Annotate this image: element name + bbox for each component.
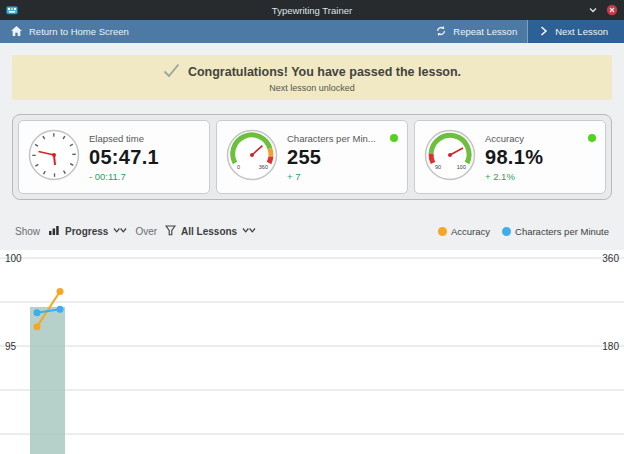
svg-text:180: 180: [602, 341, 619, 352]
banner-title-row: Congratulations! You have passed the les…: [12, 63, 612, 80]
close-icon[interactable]: [606, 4, 618, 16]
over-label: Over: [135, 226, 157, 237]
stats-frame: Elapsed time 05:47.1 - 00:11.7 0 360: [12, 114, 612, 200]
filter-funnel-icon: [165, 225, 176, 238]
show-label: Show: [15, 226, 40, 237]
bar-chart-icon: [48, 224, 60, 238]
window-controls: [587, 4, 618, 16]
accuracy-gauge-icon: 90 100: [424, 129, 476, 185]
cpm-text: Characters per Min... 255 + 7: [287, 133, 398, 182]
double-chevron-down-icon: [113, 226, 127, 237]
toolbar-spacer: [139, 20, 425, 43]
content: Congratulations! You have passed the les…: [0, 43, 624, 454]
repeat-lesson-button[interactable]: Repeat Lesson: [425, 20, 527, 43]
accuracy-card: 90 100 Accuracy 98.1% + 2.1%: [414, 120, 606, 194]
progress-chart-svg[interactable]: 10095360180: [0, 250, 624, 454]
cpm-legend-label: Characters per Minute: [515, 226, 609, 237]
repeat-lesson-label: Repeat Lesson: [453, 26, 517, 37]
minimize-icon[interactable]: [587, 4, 599, 16]
arrow-right-icon: [538, 25, 549, 39]
double-chevron-down-icon: [242, 226, 256, 237]
cpm-label: Characters per Min...: [287, 133, 376, 144]
cpm-card: 0 360 Characters per Min... 255 + 7: [216, 120, 408, 194]
legend-accuracy: Accuracy: [438, 226, 490, 237]
gauge-min-label: 90: [435, 164, 441, 170]
elapsed-time-label: Elapsed time: [89, 133, 144, 144]
cpm-value: 255: [287, 146, 398, 169]
cpm-legend-dot: [502, 227, 511, 236]
accuracy-value: 98.1%: [485, 146, 596, 169]
accuracy-label: Accuracy: [485, 133, 524, 144]
svg-text:95: 95: [5, 341, 17, 352]
banner-subtitle: Next lesson unlocked: [12, 83, 612, 93]
svg-text:100: 100: [5, 253, 22, 264]
accuracy-legend-dot: [438, 227, 447, 236]
lesson-scope-label: All Lessons: [181, 226, 237, 237]
progress-chart[interactable]: 10095360180: [0, 250, 624, 454]
accuracy-legend-label: Accuracy: [451, 226, 490, 237]
accuracy-status-dot: [588, 134, 596, 142]
accuracy-delta: + 2.1%: [485, 171, 596, 182]
window-title: Typewriting Trainer: [0, 5, 624, 16]
elapsed-time-value: 05:47.1: [89, 146, 200, 169]
home-icon: [10, 25, 23, 39]
metric-selector[interactable]: Progress: [48, 224, 127, 238]
metric-label: Progress: [65, 226, 108, 237]
elapsed-time-card: Elapsed time 05:47.1 - 00:11.7: [18, 120, 210, 194]
next-lesson-label: Next Lesson: [555, 26, 608, 37]
clock-icon: [28, 129, 80, 185]
passed-banner: Congratulations! You have passed the les…: [12, 55, 612, 100]
legend-cpm: Characters per Minute: [502, 226, 609, 237]
toolbar: Return to Home Screen Repeat Lesson Next…: [0, 20, 624, 43]
next-lesson-button[interactable]: Next Lesson: [527, 20, 624, 43]
accuracy-text: Accuracy 98.1% + 2.1%: [485, 133, 596, 182]
banner-title: Congratulations! You have passed the les…: [188, 65, 461, 79]
elapsed-time-delta: - 00:11.7: [89, 171, 200, 182]
gauge-max-label: 360: [259, 164, 268, 170]
speed-gauge-icon: 0 360: [226, 129, 278, 185]
lesson-scope-selector[interactable]: All Lessons: [165, 225, 256, 238]
app-icon: [6, 4, 18, 16]
return-home-label: Return to Home Screen: [29, 26, 129, 37]
filter-row: Show Progress Over: [12, 224, 612, 238]
gauge-max-label: 100: [457, 164, 466, 170]
refresh-icon: [435, 25, 447, 39]
cpm-delta: + 7: [287, 171, 398, 182]
gauge-min-label: 0: [237, 164, 240, 170]
elapsed-time-text: Elapsed time 05:47.1 - 00:11.7: [89, 133, 200, 182]
checkmark-icon: [163, 63, 180, 80]
app-window: Typewriting Trainer Return to: [0, 0, 624, 454]
titlebar[interactable]: Typewriting Trainer: [0, 0, 624, 20]
svg-text:360: 360: [602, 253, 619, 264]
return-home-button[interactable]: Return to Home Screen: [0, 20, 139, 43]
cpm-status-dot: [390, 134, 398, 142]
chart-legend: Accuracy Characters per Minute: [438, 226, 609, 237]
